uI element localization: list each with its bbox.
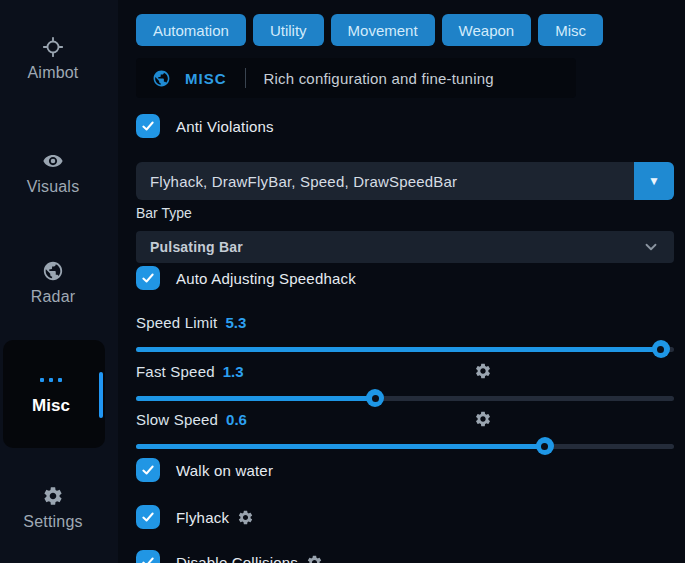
gear-icon <box>42 485 64 507</box>
active-indicator <box>99 372 103 418</box>
sidebar: Aimbot Visuals Radar Misc <box>0 0 118 563</box>
sidebar-item-settings[interactable]: Settings <box>0 485 106 531</box>
slider-handle[interactable] <box>536 437 554 455</box>
tab-movement[interactable]: Movement <box>331 14 435 46</box>
checkbox-label: Disable Collisions <box>176 554 323 563</box>
dropdown-open-button[interactable]: ▼ <box>634 162 674 200</box>
checkbox-label: Walk on water <box>176 462 273 479</box>
sidebar-item-radar[interactable]: Radar <box>0 260 106 306</box>
chevron-down-icon <box>642 238 660 256</box>
checkbox-checked[interactable] <box>136 505 160 529</box>
bar-type-label: Bar Type <box>136 205 674 221</box>
section-subtitle: Rich configuration and fine-tuning <box>264 70 494 87</box>
tab-utility[interactable]: Utility <box>253 14 324 46</box>
sidebar-item-label: Settings <box>0 513 106 531</box>
checkbox-label-text: Disable Collisions <box>176 554 298 563</box>
slider-label: Slow Speed <box>136 411 218 428</box>
slider-handle[interactable] <box>652 340 670 358</box>
crosshair-icon <box>42 36 64 58</box>
separator <box>245 68 246 88</box>
multi-select-value: Flyhack, DrawFlyBar, Speed, DrawSpeedBar <box>136 173 634 190</box>
sidebar-item-visuals[interactable]: Visuals <box>0 150 106 196</box>
gear-icon[interactable] <box>237 509 254 526</box>
checkbox-label-text: Flyhack <box>176 509 229 526</box>
fast-speed-slider[interactable] <box>136 389 674 407</box>
checkbox-row-disable-collisions[interactable]: Disable Collisions <box>136 550 674 563</box>
slider-value: 5.3 <box>225 314 246 331</box>
sidebar-item-label: Aimbot <box>0 64 106 82</box>
slider-label: Speed Limit <box>136 314 217 331</box>
category-tabs: Automation Utility Movement Weapon Misc <box>136 14 674 46</box>
slider-fill <box>136 347 661 352</box>
checkbox-row-flyhack[interactable]: Flyhack <box>136 505 674 529</box>
slider-label: Fast Speed <box>136 363 215 380</box>
checkbox-checked[interactable] <box>136 266 160 290</box>
gear-icon[interactable] <box>306 554 323 563</box>
checkbox-checked[interactable] <box>136 550 160 563</box>
tab-misc[interactable]: Misc <box>538 14 603 46</box>
sidebar-item-aimbot[interactable]: Aimbot <box>0 36 106 82</box>
speed-limit-slider[interactable] <box>136 340 674 358</box>
checkbox-checked[interactable] <box>136 114 160 138</box>
slider-value: 0.6 <box>226 411 247 428</box>
slider-fill <box>136 444 545 449</box>
slider-value: 1.3 <box>223 363 244 380</box>
sidebar-item-label: Radar <box>0 288 106 306</box>
slider-group-slow-speed: Slow Speed 0.6 <box>136 409 674 457</box>
slider-fill <box>136 396 375 401</box>
tab-weapon[interactable]: Weapon <box>442 14 532 46</box>
dropdown-value: Pulsating Bar <box>136 239 642 255</box>
slow-speed-slider[interactable] <box>136 437 674 455</box>
checkbox-checked[interactable] <box>136 458 160 482</box>
checkbox-row-auto-adjusting[interactable]: Auto Adjusting Speedhack <box>136 266 674 290</box>
ellipsis-icon <box>3 378 99 382</box>
slider-handle[interactable] <box>366 389 384 407</box>
sidebar-item-label: Misc <box>3 396 99 416</box>
gear-icon[interactable] <box>474 362 492 380</box>
main-panel: Automation Utility Movement Weapon Misc … <box>118 0 685 563</box>
sidebar-item-misc[interactable]: Misc <box>3 340 105 448</box>
checkbox-label: Auto Adjusting Speedhack <box>176 270 356 287</box>
section-title: MISC <box>185 70 227 87</box>
eye-icon <box>42 150 64 172</box>
checkbox-row-walk-on-water[interactable]: Walk on water <box>136 458 674 482</box>
slider-group-fast-speed: Fast Speed 1.3 <box>136 361 674 409</box>
section-header: MISC Rich configuration and fine-tuning <box>136 58 576 98</box>
caret-down-icon: ▼ <box>648 174 660 188</box>
gear-icon[interactable] <box>474 410 492 428</box>
bar-type-dropdown[interactable]: Pulsating Bar <box>136 231 674 263</box>
checkbox-label: Anti Violations <box>176 118 274 135</box>
globe-icon <box>42 260 64 282</box>
globe-icon <box>152 69 171 88</box>
checkbox-label: Flyhack <box>176 509 254 526</box>
checkbox-row-anti-violations[interactable]: Anti Violations <box>136 114 674 138</box>
slider-group-speed-limit: Speed Limit 5.3 <box>136 312 674 360</box>
bar-multi-select[interactable]: Flyhack, DrawFlyBar, Speed, DrawSpeedBar… <box>136 162 674 200</box>
tab-automation[interactable]: Automation <box>136 14 246 46</box>
sidebar-item-label: Visuals <box>0 178 106 196</box>
app-window: Aimbot Visuals Radar Misc <box>0 0 685 563</box>
